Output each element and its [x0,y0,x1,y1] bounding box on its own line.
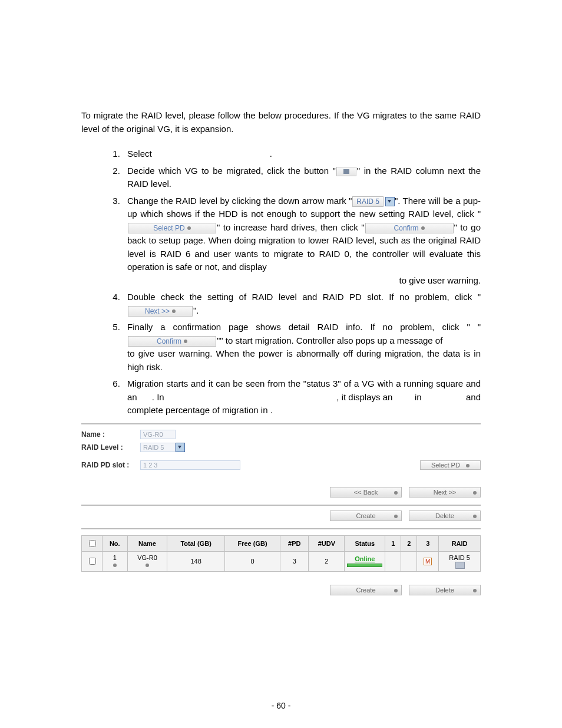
crud-buttons-row-2: Create Delete [81,580,481,602]
level-value: RAID 5 [140,443,176,452]
intro-paragraph: To migrate the RAID level, please follow… [81,109,481,136]
dropdown-arrow-icon[interactable] [385,197,395,206]
crud-buttons-row-1: Create Delete [81,506,481,529]
select-all-checkbox[interactable] [89,540,96,547]
step-2: Decide which VG to be migrated, click th… [123,164,481,191]
cell-no: 1 [103,551,128,571]
table-row: 1 VG-R0 148 0 3 2 Online M RAID 5 [82,551,481,571]
back-button[interactable]: << Back [330,487,402,498]
cell-name: VG-R0 [127,551,167,571]
confirm-inline-1[interactable]: Confirm [365,223,454,233]
col-1: 1 [385,535,401,551]
cell-udv: 2 [309,551,345,571]
col-pd: #PD [280,535,309,551]
create-button-1[interactable]: Create [330,510,402,521]
vg-table: No. Name Total (GB) Free (GB) #PD #UDV S… [81,535,481,572]
delete-button-1[interactable]: Delete [409,510,481,521]
cell-2 [401,551,417,571]
cell-pd: 3 [280,551,309,571]
col-3: 3 [417,535,439,551]
raid-icon-inline[interactable] [336,167,356,176]
cell-1 [385,551,401,571]
raid-config-panel: Name : VG-R0 RAID Level : RAID 5 RAID PD… [81,423,481,602]
col-total: Total (GB) [167,535,225,551]
step-1: Select . [123,147,481,161]
cell-3: M [417,551,439,571]
col-free: Free (GB) [224,535,280,551]
name-label: Name : [81,430,140,439]
raid-cell-icon [455,562,465,569]
migration-badge-icon: M [424,558,432,565]
cell-free: 0 [224,551,280,571]
step-4: Double check the setting of RAID level a… [123,291,481,317]
next-inline[interactable]: Next >> [128,306,193,317]
col-no: No. [103,535,128,551]
cell-raid: RAID 5 [439,551,481,571]
col-raid: RAID [439,535,481,551]
cell-status: Online [345,551,385,571]
pd-slot-value: 1 2 3 [140,460,240,470]
row-checkbox[interactable] [89,558,96,565]
step-5: Finally a confirmation page shows detail… [123,321,481,374]
level-dropdown-arrow-icon[interactable] [176,443,185,452]
confirm-inline-2[interactable]: Confirm [128,336,216,347]
next-button[interactable]: Next >> [409,487,481,498]
cell-total: 148 [167,551,225,571]
create-button-2[interactable]: Create [330,585,402,595]
nav-buttons-row: << Back Next >> [81,482,481,506]
col-udv: #UDV [309,535,345,551]
name-value: VG-R0 [140,430,176,439]
steps-list: Select . Decide which VG to be migrated,… [81,147,481,417]
delete-button-2[interactable]: Delete [409,585,481,595]
col-name: Name [127,535,167,551]
raid5-dropdown-inline[interactable]: RAID 5 [352,196,384,207]
select-pd-button[interactable]: Select PD [420,460,481,470]
pd-slot-label: RAID PD slot : [81,461,140,469]
page-number: - 60 - [0,701,562,710]
step-3: Change the RAID level by clicking the do… [123,195,481,288]
col-status: Status [345,535,385,551]
level-label: RAID Level : [81,443,140,452]
select-pd-inline[interactable]: Select PD [128,223,216,233]
step-6: Migration starts and it can be seen from… [123,377,481,417]
col-2: 2 [401,535,417,551]
